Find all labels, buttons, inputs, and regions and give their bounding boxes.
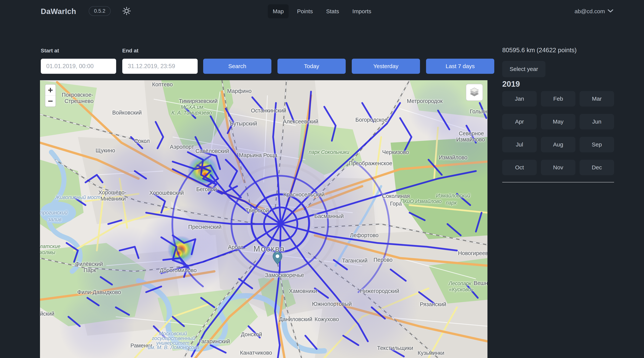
month-button-jul[interactable]: Jul bbox=[502, 137, 537, 152]
tab-stats[interactable]: Stats bbox=[321, 4, 344, 18]
tab-points[interactable]: Points bbox=[292, 4, 318, 18]
sidebar-divider bbox=[502, 182, 614, 182]
month-grid: JanFebMarAprMayJunJulAugSepOctNovDec bbox=[502, 91, 614, 175]
zoom-out-button[interactable]: − bbox=[45, 96, 56, 107]
map-tiles bbox=[40, 80, 488, 358]
chevron-down-icon bbox=[608, 9, 613, 13]
month-button-jun[interactable]: Jun bbox=[580, 114, 614, 129]
month-button-feb[interactable]: Feb bbox=[541, 91, 576, 107]
last-7-days-button[interactable]: Last 7 days bbox=[426, 59, 494, 74]
app-header: DaWarIch 0.5.2 MapPointsStatsImports ab@… bbox=[0, 0, 644, 23]
month-button-oct[interactable]: Oct bbox=[502, 160, 537, 175]
account-menu[interactable]: ab@cd.com bbox=[574, 0, 613, 23]
tab-map[interactable]: Map bbox=[268, 4, 289, 18]
map-layers-control[interactable] bbox=[466, 84, 483, 101]
yesterday-button[interactable]: Yesterday bbox=[352, 59, 420, 74]
month-button-jan[interactable]: Jan bbox=[502, 91, 537, 107]
tab-imports[interactable]: Imports bbox=[348, 4, 376, 18]
today-button[interactable]: Today bbox=[278, 59, 346, 74]
search-button[interactable]: Search bbox=[203, 59, 272, 74]
month-button-sep[interactable]: Sep bbox=[580, 137, 614, 152]
end-date-input[interactable] bbox=[122, 59, 198, 74]
month-button-nov[interactable]: Nov bbox=[541, 160, 576, 175]
month-button-aug[interactable]: Aug bbox=[541, 137, 576, 152]
month-button-may[interactable]: May bbox=[541, 114, 576, 129]
layers-icon bbox=[468, 86, 480, 99]
end-at-label: End at bbox=[122, 48, 138, 54]
month-button-apr[interactable]: Apr bbox=[502, 114, 537, 129]
select-year-button[interactable]: Select year bbox=[502, 61, 546, 77]
nav-tabs: MapPointsStatsImports bbox=[0, 4, 644, 18]
month-button-dec[interactable]: Dec bbox=[580, 160, 614, 175]
map-canvas[interactable]: КоптевоПокровское-СтрешневоМарфиноТимиря… bbox=[40, 80, 488, 358]
account-email: ab@cd.com bbox=[574, 8, 605, 14]
year-heading: 2019 bbox=[502, 79, 520, 89]
month-button-mar[interactable]: Mar bbox=[580, 91, 614, 107]
start-date-input[interactable] bbox=[41, 59, 116, 74]
map-zoom-control: + − bbox=[45, 84, 56, 107]
distance-summary: 80595.6 km (24622 points) bbox=[502, 46, 577, 54]
zoom-in-button[interactable]: + bbox=[45, 85, 56, 96]
start-at-label: Start at bbox=[41, 48, 59, 54]
